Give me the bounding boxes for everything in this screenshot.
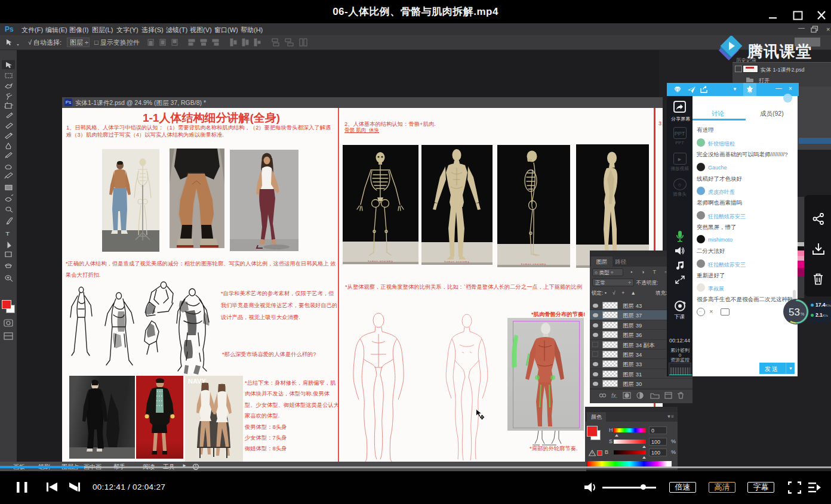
svg-text:fx.: fx. <box>611 392 618 399</box>
svg-text:53: 53 <box>789 307 800 318</box>
svg-text:T: T <box>5 230 10 237</box>
svg-text:%: % <box>801 312 804 316</box>
